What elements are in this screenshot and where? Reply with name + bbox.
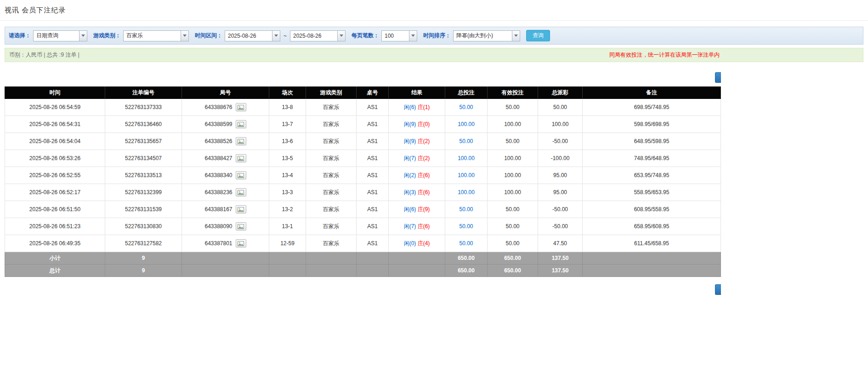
view-cards-icon[interactable] [236,222,246,230]
cell-table-no: AS1 [357,235,389,252]
total-bet-link[interactable]: 50.00 [459,138,473,144]
search-button[interactable]: 查询 [526,30,550,41]
page-size-value[interactable]: 100 [381,30,409,41]
cell-remark: 598.95/698.95 [583,116,721,133]
query-type-select[interactable]: 日期查询 [33,30,87,41]
cell-table-no: AS1 [357,150,389,167]
cell-remark: 653.95/748.95 [583,167,721,184]
col-header-bet-id: 注单编号 [105,87,182,99]
chevron-down-icon[interactable] [512,30,520,41]
total-bet-link[interactable]: 100.00 [458,172,475,178]
total-valid-bet: 650.00 [488,265,538,277]
cell-result: 闲(0) 庄(4) [389,235,445,252]
round-number: 643388599 [204,121,232,127]
cell-table-no: AS1 [357,116,389,133]
date-to-value[interactable]: 2025-08-26 [290,30,337,41]
total-bet-link[interactable]: 50.00 [459,206,473,213]
view-cards-icon[interactable] [236,103,246,111]
cell-total-bet: 50.00 [445,99,488,116]
export-button-partial-bottom[interactable] [715,284,721,295]
cell-time: 2025-08-26 06:54:04 [5,133,105,150]
chevron-down-icon[interactable] [337,30,346,41]
cell-table-no: AS1 [357,167,389,184]
cell-valid-bet: 100.00 [488,184,538,201]
cell-game-type: 百家乐 [306,150,357,167]
cell-game-type: 百家乐 [306,167,357,184]
chevron-down-icon[interactable] [272,30,280,41]
cell-total-bet: 50.00 [445,201,488,218]
result-banker: 庄(6) [418,189,430,196]
date-from-picker[interactable]: 2025-08-26 [225,30,280,41]
cell-time: 2025-08-26 06:53:26 [5,150,105,167]
result-banker: 庄(4) [418,240,430,247]
subtotal-total-bet: 650.00 [445,252,488,265]
total-bet-link[interactable]: 50.00 [459,223,473,230]
cell-remark: 658.95/608.95 [583,218,721,235]
table-row: 2025-08-26 06:52:17 522763132399 6433882… [5,184,721,201]
cell-valid-bet: 50.00 [488,201,538,218]
cell-payout: -100.00 [538,150,583,167]
cell-session: 13-1 [269,218,306,235]
cell-round: 643388167 [182,201,269,218]
filter-toolbar: 请选择： 日期查询 游戏类别： 百家乐 时间区间： 2025-08-26 ~ 2… [5,27,863,45]
date-to-picker[interactable]: 2025-08-26 [290,30,346,41]
total-bet-link[interactable]: 100.00 [458,155,475,161]
table-row: 2025-08-26 06:54:04 522763135657 6433885… [5,133,721,150]
subtotal-row: 小计 9 650.00 650.00 137.50 [5,252,721,265]
cell-payout: 100.00 [538,116,583,133]
cell-time: 2025-08-26 06:52:17 [5,184,105,201]
subtotal-valid-bet: 650.00 [488,252,538,265]
chevron-down-icon[interactable] [79,30,87,41]
sort-order-value[interactable]: 降幂(由大到小) [453,30,512,41]
sort-order-select[interactable]: 降幂(由大到小) [453,30,520,41]
col-header-total-bet: 总投注 [445,87,488,99]
view-cards-icon[interactable] [236,239,246,248]
cell-round: 643388599 [182,116,269,133]
view-cards-icon[interactable] [236,188,246,196]
view-cards-icon[interactable] [236,171,246,179]
view-cards-icon[interactable] [236,154,246,162]
chevron-down-icon[interactable] [409,30,417,41]
game-type-value[interactable]: 百家乐 [123,30,181,41]
view-cards-icon[interactable] [236,137,246,145]
subtotal-label: 小计 [5,252,105,265]
col-header-payout: 总派彩 [538,87,583,99]
sort-order-label: 时间排序： [423,32,451,40]
round-number: 643387801 [204,240,232,247]
table-header-row: 时间 注单编号 局号 场次 游戏类别 桌号 结果 总投注 有效投注 总派彩 备注 [5,87,721,99]
cell-payout: 50.00 [538,99,583,116]
cell-round: 643388526 [182,133,269,150]
col-header-game-type: 游戏类别 [306,87,357,99]
cell-payout: 47.50 [538,235,583,252]
result-player: 闲(0) [404,240,416,247]
cell-bet-id: 522763127582 [105,235,182,252]
cell-payout: -50.00 [538,218,583,235]
date-from-value[interactable]: 2025-08-26 [225,30,272,41]
page-size-select[interactable]: 100 [381,30,417,41]
cell-session: 13-7 [269,116,306,133]
result-banker: 庄(9) [418,206,430,213]
result-player: 闲(6) [404,104,416,110]
total-label: 总计 [5,265,105,277]
cell-table-no: AS1 [357,184,389,201]
cell-result: 闲(9) 庄(2) [389,133,445,150]
result-player: 闲(9) [404,121,416,127]
query-type-value[interactable]: 日期查询 [33,30,79,41]
view-cards-icon[interactable] [236,205,246,213]
total-bet-link[interactable]: 100.00 [458,121,475,127]
cell-bet-id: 522763136460 [105,116,182,133]
chevron-down-icon[interactable] [181,30,189,41]
result-banker: 庄(6) [418,172,430,178]
cell-bet-id: 522763131539 [105,201,182,218]
view-cards-icon[interactable] [236,120,246,128]
total-bet-link[interactable]: 50.00 [459,104,473,110]
total-bet-link[interactable]: 100.00 [458,189,475,196]
cell-result: 闲(6) 庄(9) [389,201,445,218]
cell-time: 2025-08-26 06:52:55 [5,167,105,184]
total-bet-link[interactable]: 50.00 [459,240,473,247]
game-type-select[interactable]: 百家乐 [123,30,189,41]
round-number: 643388526 [204,138,232,144]
export-button-partial-top[interactable] [715,72,721,83]
table-row: 2025-08-26 06:51:50 522763131539 6433881… [5,201,721,218]
cell-remark: 648.95/598.95 [583,133,721,150]
